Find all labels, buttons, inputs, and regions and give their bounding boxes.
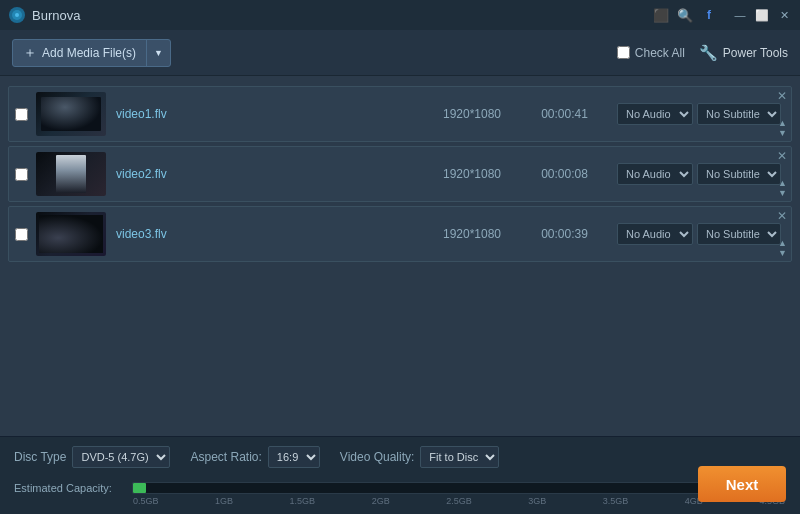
aspect-ratio-group: Aspect Ratio: 16:94:3 (190, 446, 319, 468)
toolbar-right: Check All 🔧 Power Tools (617, 44, 788, 62)
app-logo (8, 6, 26, 24)
subtitle-select-2[interactable]: No Subtitle (697, 223, 781, 245)
close-button[interactable]: ✕ (776, 7, 792, 23)
video-name-0: video1.flv (116, 107, 206, 121)
bottom-selects: Disc Type DVD-5 (4.7G)DVD-9 (8.5G)BD-25B… (0, 437, 800, 477)
capacity-tick: 3GB (528, 496, 546, 506)
add-media-label: Add Media File(s) (42, 46, 136, 60)
audio-select-0[interactable]: No Audio (617, 103, 693, 125)
capacity-tick: 2GB (372, 496, 390, 506)
row-up-arrow-1[interactable]: ▲ (778, 179, 787, 188)
disc-type-select[interactable]: DVD-5 (4.7G)DVD-9 (8.5G)BD-25BD-50 (72, 446, 170, 468)
video-duration-0: 00:00:41 (532, 107, 597, 121)
video-quality-select[interactable]: Fit to DiscHighMediumLow (420, 446, 499, 468)
titlebar: Burnova ⬛ 🔍 f — ⬜ ✕ (0, 0, 800, 30)
check-all-checkbox[interactable] (617, 46, 630, 59)
capacity-label: Estimated Capacity: (14, 482, 124, 494)
minimize-button[interactable]: — (732, 7, 748, 23)
capacity-tick: 2.5GB (446, 496, 472, 506)
capacity-tick: 1GB (215, 496, 233, 506)
capacity-bar-fill (133, 483, 146, 493)
video-resolution-0: 1920*1080 (432, 107, 512, 121)
facebook-icon[interactable]: f (700, 6, 718, 24)
video-thumb-1 (36, 152, 106, 196)
capacity-tick: 0.5GB (133, 496, 159, 506)
video-duration-2: 00:00:39 (532, 227, 597, 241)
file-icon[interactable]: ⬛ (652, 6, 670, 24)
row-arrows-1: ▲ ▼ (778, 179, 787, 198)
video-quality-group: Video Quality: Fit to DiscHighMediumLow (340, 446, 500, 468)
row-close-0[interactable]: ✕ (777, 90, 787, 102)
disc-type-label: Disc Type (14, 450, 66, 464)
video-list: video1.flv 1920*1080 00:00:41 No Audio N… (0, 76, 800, 436)
add-media-main[interactable]: ＋ Add Media File(s) (13, 40, 147, 66)
table-row: video3.flv 1920*1080 00:00:39 No Audio N… (8, 206, 792, 262)
subtitle-select-0[interactable]: No Subtitle (697, 103, 781, 125)
video-name-1: video2.flv (116, 167, 206, 181)
titlebar-icon-group: ⬛ 🔍 f — ⬜ ✕ (652, 6, 792, 24)
row-close-2[interactable]: ✕ (777, 210, 787, 222)
row-arrows-0: ▲ ▼ (778, 119, 787, 138)
subtitle-select-1[interactable]: No Subtitle (697, 163, 781, 185)
audio-select-2[interactable]: No Audio (617, 223, 693, 245)
row-arrows-2: ▲ ▼ (778, 239, 787, 258)
add-icon: ＋ (23, 44, 37, 62)
audio-select-1[interactable]: No Audio (617, 163, 693, 185)
power-tools-label: Power Tools (723, 46, 788, 60)
toolbar: ＋ Add Media File(s) ▼ Check All 🔧 Power … (0, 30, 800, 76)
aspect-ratio-label: Aspect Ratio: (190, 450, 261, 464)
svg-point-2 (15, 13, 19, 17)
capacity-tick: 1.5GB (290, 496, 316, 506)
capacity-ticks: 0.5GB1GB1.5GB2GB2.5GB3GB3.5GB4GB4.5GB (133, 496, 785, 506)
app-title: Burnova (32, 8, 652, 23)
video-resolution-2: 1920*1080 (432, 227, 512, 241)
row-close-1[interactable]: ✕ (777, 150, 787, 162)
check-all-label[interactable]: Check All (617, 46, 685, 60)
capacity-bar-container: 0.5GB1GB1.5GB2GB2.5GB3GB3.5GB4GB4.5GB (132, 482, 786, 494)
bottom-bar: Disc Type DVD-5 (4.7G)DVD-9 (8.5G)BD-25B… (0, 436, 800, 514)
wrench-icon: 🔧 (699, 44, 718, 62)
video-resolution-1: 1920*1080 (432, 167, 512, 181)
restore-button[interactable]: ⬜ (754, 7, 770, 23)
table-row: video1.flv 1920*1080 00:00:41 No Audio N… (8, 86, 792, 142)
add-media-button[interactable]: ＋ Add Media File(s) ▼ (12, 39, 171, 67)
power-tools-button[interactable]: 🔧 Power Tools (699, 44, 788, 62)
video-thumb-0 (36, 92, 106, 136)
search-icon[interactable]: 🔍 (676, 6, 694, 24)
capacity-tick: 3.5GB (603, 496, 629, 506)
video-name-2: video3.flv (116, 227, 206, 241)
row-checkbox-1[interactable] (15, 168, 28, 181)
row-down-arrow-2[interactable]: ▼ (778, 249, 787, 258)
aspect-ratio-select[interactable]: 16:94:3 (268, 446, 320, 468)
table-row: video2.flv 1920*1080 00:00:08 No Audio N… (8, 146, 792, 202)
row-down-arrow-0[interactable]: ▼ (778, 129, 787, 138)
row-up-arrow-2[interactable]: ▲ (778, 239, 787, 248)
chevron-down-icon: ▼ (154, 48, 163, 58)
row-up-arrow-0[interactable]: ▲ (778, 119, 787, 128)
check-all-text: Check All (635, 46, 685, 60)
disc-type-group: Disc Type DVD-5 (4.7G)DVD-9 (8.5G)BD-25B… (14, 446, 170, 468)
row-down-arrow-1[interactable]: ▼ (778, 189, 787, 198)
row-checkbox-0[interactable] (15, 108, 28, 121)
capacity-row: Estimated Capacity: 0.5GB1GB1.5GB2GB2.5G… (0, 477, 800, 499)
add-media-dropdown-arrow[interactable]: ▼ (147, 40, 170, 66)
row-checkbox-2[interactable] (15, 228, 28, 241)
video-duration-1: 00:00:08 (532, 167, 597, 181)
video-thumb-2 (36, 212, 106, 256)
next-button[interactable]: Next (698, 466, 786, 502)
video-quality-label: Video Quality: (340, 450, 415, 464)
